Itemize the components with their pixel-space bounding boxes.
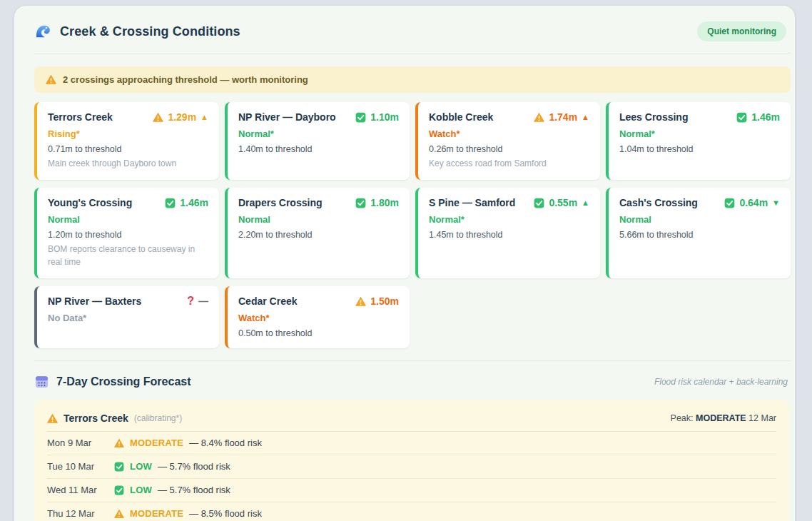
warning-icon xyxy=(153,112,163,123)
forecast-card-header: Terrors Creek (calibrating*) Peak: MODER… xyxy=(47,407,776,431)
alert-banner: 2 crossings approaching threshold — wort… xyxy=(34,66,791,93)
crossing-status: Normal* xyxy=(619,128,780,139)
forecast-day-row: Mon 9 Mar MODERATE — 8.4% flood risk xyxy=(47,431,776,455)
water-level-value: 1.50m xyxy=(370,295,399,307)
warning-icon xyxy=(534,112,544,123)
check-icon xyxy=(534,198,544,208)
card-top-row: S Pine — Samford 0.55m ▲ xyxy=(429,197,589,208)
crossing-name: S Pine — Samford xyxy=(429,197,515,208)
crossing-status: Watch* xyxy=(238,313,399,323)
dashboard-panel: Creek & Crossing Conditions Quiet monito… xyxy=(14,6,795,521)
level-readout: 0.55m ▲ xyxy=(534,197,589,208)
forecast-day-label: Tue 10 Mar xyxy=(47,461,108,472)
crossing-status: Normal xyxy=(619,214,780,225)
water-level-value: 1.74m xyxy=(549,111,577,123)
water-level-value: 0.64m xyxy=(739,197,768,208)
forecast-day-row: Tue 10 Mar LOW — 5.7% flood risk xyxy=(47,455,776,478)
check-icon xyxy=(165,198,176,208)
threshold-distance: 1.45m to threshold xyxy=(429,230,589,240)
page-title: Creek & Crossing Conditions xyxy=(60,24,240,39)
crossing-card: NP River — Baxters ? — No Data* xyxy=(34,286,219,348)
peak-level: MODERATE xyxy=(696,413,746,423)
crossing-status: Rising* xyxy=(48,128,208,139)
crossing-status: Normal* xyxy=(238,128,399,139)
check-icon xyxy=(736,112,747,123)
risk-percentage: — 8.5% flood risk xyxy=(189,508,262,519)
crossings-grid: Terrors Creek 1.29m ▲ xyxy=(34,102,791,348)
crossing-card: Terrors Creek 1.29m ▲ xyxy=(34,102,219,180)
risk-level: LOW xyxy=(130,461,152,472)
crossing-name: NP River — Baxters xyxy=(48,295,141,307)
water-level-value: 1.46m xyxy=(180,197,208,208)
forecast-day-row: Thu 12 Mar MODERATE — 8.5% flood risk xyxy=(47,502,776,521)
water-level-value: 1.10m xyxy=(370,111,399,123)
calendar-icon xyxy=(34,374,49,389)
card-top-row: Young's Crossing 1.46m xyxy=(48,197,208,208)
card-top-row: Cash's Crossing 0.64m ▼ xyxy=(619,197,780,208)
section-divider xyxy=(34,360,791,361)
crossing-status: Normal xyxy=(238,214,399,225)
warning-icon xyxy=(355,296,366,307)
threshold-distance: 1.40m to threshold xyxy=(238,144,399,154)
forecast-day-label: Mon 9 Mar xyxy=(47,437,108,448)
crossing-status: Normal xyxy=(48,214,208,225)
threshold-distance: 1.04m to threshold xyxy=(619,144,780,154)
water-level-value: 1.46m xyxy=(751,111,780,123)
check-icon xyxy=(355,112,366,123)
crossing-name: Young's Crossing xyxy=(48,197,132,208)
trend-arrow: ▼ xyxy=(772,198,780,207)
crossing-card: Lees Crossing 1.46m xyxy=(606,102,791,180)
warning-icon xyxy=(114,438,124,448)
threshold-distance: 5.66m to threshold xyxy=(619,230,780,240)
trend-arrow: ▲ xyxy=(582,198,589,207)
risk-level: MODERATE xyxy=(130,508,183,519)
forecast-subtitle: Flood risk calendar + back-learning xyxy=(654,377,791,387)
crossing-card: Kobble Creek 1.74m ▲ xyxy=(415,102,600,180)
alert-text: 2 crossings approaching threshold — wort… xyxy=(63,74,308,85)
card-top-row: Cedar Creek 1.50m xyxy=(238,295,399,307)
header-divider xyxy=(34,53,791,54)
check-icon xyxy=(114,485,124,495)
crossing-note: Main creek through Dayboro town xyxy=(48,158,208,170)
trend-arrow: ▲ xyxy=(201,113,208,121)
warning-icon xyxy=(114,509,124,519)
forecast-day-list: Mon 9 Mar MODERATE — 8.4% flood risk Tue… xyxy=(47,431,776,521)
crossing-card: Cedar Creek 1.50m xyxy=(225,286,410,348)
crossing-status: Watch* xyxy=(429,128,589,139)
risk-percentage: — 5.7% flood risk xyxy=(158,461,230,472)
level-readout: ? — xyxy=(187,295,208,307)
level-readout: 1.46m xyxy=(165,197,208,208)
level-readout: 1.74m ▲ xyxy=(534,111,589,123)
forecast-day-row: Wed 11 Mar LOW — 5.7% flood risk xyxy=(47,478,776,502)
water-level-value: 1.29m xyxy=(168,111,196,123)
peak-date: 12 Mar xyxy=(748,413,776,423)
check-icon xyxy=(724,198,735,208)
risk-level: LOW xyxy=(130,485,152,495)
card-top-row: Kobble Creek 1.74m ▲ xyxy=(429,111,589,123)
check-icon xyxy=(114,462,124,472)
check-icon xyxy=(355,198,366,208)
forecast-peak: Peak: MODERATE 12 Mar xyxy=(671,413,776,423)
status-badge: Quiet monitoring xyxy=(697,21,786,41)
card-top-row: Drapers Crossing 1.80m xyxy=(238,197,399,208)
crossing-note: Key access road from Samford xyxy=(429,158,589,170)
risk-percentage: — 8.4% flood risk xyxy=(189,437,262,448)
crossing-card: NP River — Dayboro 1.10m xyxy=(225,102,410,180)
crossing-card: Cash's Crossing 0.64m ▼ xyxy=(606,188,791,278)
crossing-name: Cedar Creek xyxy=(238,295,298,307)
card-top-row: Terrors Creek 1.29m ▲ xyxy=(48,111,208,123)
level-readout: 1.50m xyxy=(355,295,399,307)
water-level-value: 1.80m xyxy=(370,197,399,208)
card-top-row: Lees Crossing 1.46m xyxy=(619,111,780,123)
threshold-distance: 0.71m to threshold xyxy=(48,144,208,154)
level-readout: 1.46m xyxy=(736,111,780,123)
wave-icon xyxy=(34,23,51,40)
crossing-status: Normal* xyxy=(429,214,589,225)
level-readout: 1.80m xyxy=(355,197,399,208)
water-level-value: 0.55m xyxy=(549,197,577,208)
threshold-distance: 2.20m to threshold xyxy=(238,230,399,240)
crossing-name: Drapers Crossing xyxy=(238,197,322,208)
crossing-name: Terrors Creek xyxy=(48,111,113,123)
threshold-distance: 0.26m to threshold xyxy=(429,144,589,154)
level-readout: 0.64m ▼ xyxy=(724,197,780,208)
